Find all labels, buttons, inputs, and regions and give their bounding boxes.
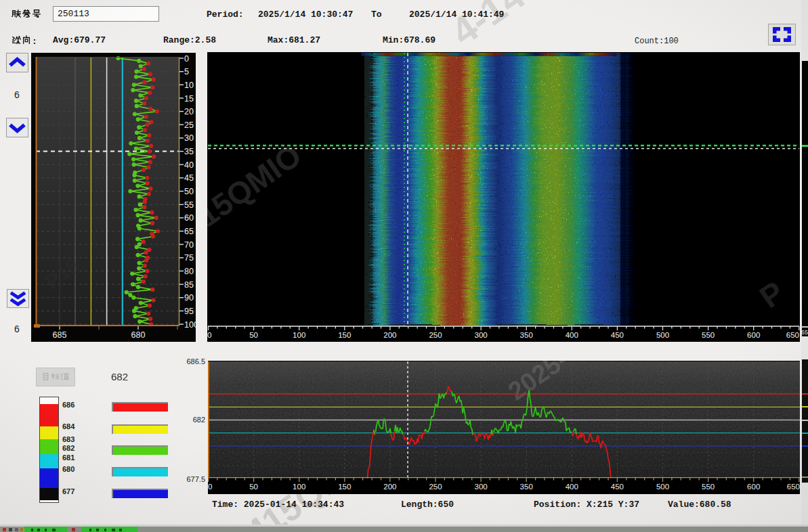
svg-text:600: 600	[747, 331, 760, 339]
svg-text:300: 300	[475, 483, 488, 491]
svg-text:40: 40	[184, 160, 194, 170]
svg-text:400: 400	[566, 331, 578, 339]
svg-text:0: 0	[207, 331, 211, 339]
svg-text:200: 200	[383, 483, 396, 491]
svg-text:5: 5	[184, 67, 189, 76]
svg-text:50: 50	[249, 331, 258, 339]
svg-text:650: 650	[786, 331, 799, 339]
svg-text:10: 10	[184, 81, 194, 90]
svg-text:95: 95	[184, 307, 194, 316]
svg-text:85: 85	[184, 280, 194, 290]
svg-text:250: 250	[429, 483, 442, 491]
svg-text:600: 600	[747, 483, 760, 491]
svg-text:0: 0	[208, 483, 212, 491]
svg-text:70: 70	[184, 240, 194, 250]
svg-text:150: 150	[338, 483, 351, 491]
svg-text:350: 350	[520, 483, 533, 491]
svg-text:90: 90	[184, 293, 194, 303]
svg-text:55: 55	[184, 200, 194, 210]
svg-text:550: 550	[702, 331, 715, 339]
svg-text:150: 150	[338, 331, 351, 339]
svg-text:100: 100	[293, 483, 305, 491]
svg-text:80: 80	[184, 267, 194, 276]
svg-text:300: 300	[475, 331, 488, 339]
svg-text:0: 0	[184, 54, 189, 64]
svg-text:350: 350	[520, 331, 533, 339]
svg-text:35: 35	[184, 147, 194, 156]
svg-text:500: 500	[656, 483, 669, 491]
svg-text:50: 50	[184, 187, 194, 196]
svg-text:25: 25	[184, 120, 194, 130]
svg-text:50: 50	[249, 483, 258, 491]
svg-text:60: 60	[184, 213, 194, 223]
svg-text:200: 200	[383, 331, 396, 339]
svg-text:680: 680	[131, 330, 146, 340]
svg-text:100: 100	[184, 320, 196, 330]
svg-text:20: 20	[184, 107, 194, 116]
svg-text:250: 250	[429, 331, 442, 339]
svg-text:75: 75	[184, 253, 194, 263]
svg-text:450: 450	[611, 331, 624, 339]
svg-text:685: 685	[53, 330, 67, 340]
svg-text:550: 550	[702, 483, 715, 491]
svg-text:450: 450	[611, 483, 624, 491]
svg-text:500: 500	[656, 331, 669, 339]
svg-text:15: 15	[184, 94, 194, 104]
svg-text:45: 45	[184, 173, 194, 183]
svg-text:30: 30	[184, 133, 194, 143]
svg-text:650: 650	[787, 483, 800, 491]
svg-text:65: 65	[184, 227, 194, 236]
svg-text:100: 100	[293, 331, 305, 339]
svg-text:400: 400	[566, 483, 578, 491]
